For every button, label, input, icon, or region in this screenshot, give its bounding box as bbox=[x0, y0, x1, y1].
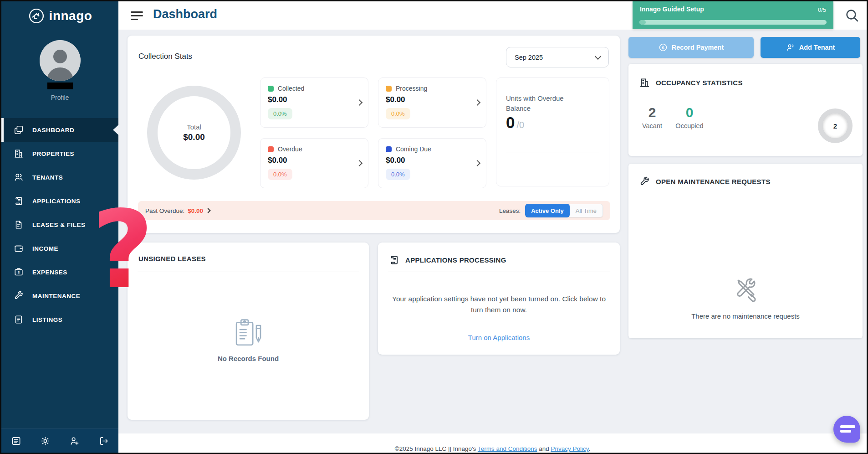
sidebar-item-leases-files[interactable]: LEASES & FILES bbox=[1, 213, 118, 237]
add-person-icon bbox=[786, 43, 795, 52]
tile-percent-badge: 0.0% bbox=[386, 108, 410, 119]
chat-widget-button[interactable] bbox=[833, 416, 860, 443]
redacted-username bbox=[47, 83, 73, 89]
no-records-text: No Records Found bbox=[218, 355, 279, 362]
dollar-circle-icon: $ bbox=[659, 43, 668, 52]
occupied-label: Occupied bbox=[670, 122, 709, 129]
avatar[interactable] bbox=[40, 40, 81, 81]
sidebar-item-tenants[interactable]: TENANTS bbox=[1, 165, 118, 189]
forms-icon[interactable] bbox=[11, 436, 21, 446]
units-overdue-card: Units with Overdue Balance 0/0 bbox=[496, 77, 609, 186]
search-icon[interactable] bbox=[845, 8, 859, 23]
collection-stats-title: Collection Stats bbox=[138, 52, 192, 61]
guided-setup-banner[interactable]: Innago Guided Setup 0/5 bbox=[633, 1, 833, 29]
unsigned-leases-card: UNSIGNED LEASES No Records Found bbox=[128, 242, 369, 420]
profile-label[interactable]: Profile bbox=[1, 94, 118, 101]
sidebar: innago Profile DASHBOARD PROPERTI bbox=[1, 1, 118, 453]
applications-icon bbox=[389, 255, 399, 265]
toggle-active-only[interactable]: Active Only bbox=[525, 204, 570, 217]
tile-amount: $0.00 bbox=[268, 156, 361, 165]
occupancy-donut-chart: 2 bbox=[818, 108, 853, 143]
vacant-stat: 2 Vacant bbox=[638, 105, 666, 129]
income-icon bbox=[14, 243, 24, 253]
expenses-icon: $ bbox=[14, 267, 24, 277]
innago-logo-icon bbox=[28, 7, 45, 25]
occupied-value: 0 bbox=[670, 105, 709, 120]
add-user-icon[interactable] bbox=[69, 436, 80, 446]
sidebar-item-label: LEASES & FILES bbox=[32, 222, 86, 228]
sidebar-nav: DASHBOARD PROPERTIES TENANTS APPLICATION… bbox=[1, 118, 118, 331]
record-payment-label: Record Payment bbox=[672, 44, 724, 51]
sidebar-item-label: TENANTS bbox=[32, 174, 63, 181]
past-overdue-label: Past Overdue: bbox=[145, 207, 184, 214]
building-icon bbox=[639, 77, 650, 88]
menu-toggle-icon[interactable] bbox=[131, 11, 143, 20]
period-select-value: Sep 2025 bbox=[515, 54, 543, 61]
listings-icon bbox=[14, 315, 24, 325]
sidebar-item-maintenance[interactable]: MAINTENANCE bbox=[1, 284, 118, 308]
occupancy-donut-value: 2 bbox=[833, 122, 837, 130]
sidebar-item-income[interactable]: INCOME bbox=[1, 237, 118, 260]
sidebar-item-properties[interactable]: PROPERTIES bbox=[1, 142, 118, 165]
settings-icon[interactable] bbox=[40, 436, 51, 446]
chevron-right-icon[interactable] bbox=[357, 159, 362, 167]
occupancy-statistics-card: OCCUPANCY STATISTICS 2 Vacant 0 Occupied… bbox=[628, 64, 863, 156]
page-title: Dashboard bbox=[153, 7, 217, 21]
tile-coming-due[interactable]: Coming Due $0.00 0.0% bbox=[378, 138, 486, 188]
footer: ©2025 Innago LLC || Innago's Terms and C… bbox=[118, 433, 867, 454]
sidebar-item-listings[interactable]: LISTINGS bbox=[1, 308, 118, 331]
dashboard-icon bbox=[14, 125, 24, 135]
chevron-down-icon bbox=[595, 53, 601, 59]
applications-processing-card: APPLICATIONS PROCESSING Your application… bbox=[378, 242, 620, 355]
logout-icon[interactable] bbox=[98, 436, 109, 446]
tile-overdue[interactable]: Overdue $0.00 0.0% bbox=[260, 138, 368, 188]
vacant-value: 2 bbox=[638, 105, 666, 120]
occupied-stat: 0 Occupied bbox=[670, 105, 709, 129]
divider bbox=[138, 272, 359, 272]
sidebar-item-expenses[interactable]: $ EXPENSES bbox=[1, 260, 118, 284]
tile-processing[interactable]: Processing $0.00 0.0% bbox=[378, 77, 486, 128]
processing-dot-icon bbox=[386, 86, 392, 92]
chat-icon bbox=[840, 425, 855, 428]
terms-link[interactable]: Terms and Conditions bbox=[478, 445, 537, 452]
guided-setup-progress-bar bbox=[639, 20, 827, 25]
sidebar-item-label: APPLICATIONS bbox=[32, 198, 81, 205]
footer-period: . bbox=[589, 445, 591, 452]
clipboard-pen-icon bbox=[232, 317, 265, 350]
guided-setup-label: Innago Guided Setup bbox=[640, 5, 704, 13]
applications-message: Your application settings have not yet b… bbox=[389, 294, 608, 315]
toggle-all-time[interactable]: All Time bbox=[570, 204, 603, 217]
collection-stats-card: Collection Stats Sep 2025 Total $0.00 Co… bbox=[128, 36, 620, 233]
collected-dot-icon bbox=[268, 86, 274, 92]
tile-percent-badge: 0.0% bbox=[386, 169, 410, 180]
vacant-label: Vacant bbox=[638, 122, 666, 129]
crossed-tools-icon bbox=[731, 277, 760, 306]
record-payment-button[interactable]: $ Record Payment bbox=[628, 37, 754, 58]
tile-amount: $0.00 bbox=[268, 95, 361, 104]
sidebar-item-dashboard[interactable]: DASHBOARD bbox=[1, 118, 118, 142]
period-select[interactable]: Sep 2025 bbox=[506, 47, 609, 67]
units-overdue-value: 0 bbox=[506, 114, 515, 131]
chevron-right-icon[interactable] bbox=[475, 159, 480, 167]
maintenance-requests-card: OPEN MAINTENANCE REQUESTS There are no m… bbox=[628, 164, 863, 338]
divider bbox=[506, 153, 599, 153]
tile-percent-badge: 0.0% bbox=[268, 108, 292, 119]
chevron-right-icon[interactable] bbox=[357, 98, 362, 107]
divider bbox=[638, 194, 853, 194]
add-tenant-button[interactable]: Add Tenant bbox=[761, 37, 860, 58]
leases-label: Leases: bbox=[499, 207, 521, 214]
privacy-link[interactable]: Privacy Policy bbox=[551, 445, 589, 452]
chevron-right-icon[interactable] bbox=[475, 98, 480, 107]
sidebar-item-label: LISTINGS bbox=[32, 316, 62, 323]
maintenance-icon bbox=[14, 291, 24, 301]
tile-collected[interactable]: Collected $0.00 0.0% bbox=[260, 77, 368, 128]
innago-logo[interactable]: innago bbox=[1, 7, 118, 25]
turn-on-applications-link[interactable]: Turn on Applications bbox=[378, 334, 620, 341]
past-overdue-link[interactable]: Past Overdue: $0.00 bbox=[145, 207, 210, 214]
chevron-right-icon bbox=[205, 208, 210, 213]
tile-amount: $0.00 bbox=[386, 156, 479, 165]
overdue-dot-icon bbox=[268, 146, 274, 152]
app-window: innago Profile DASHBOARD PROPERTI bbox=[0, 0, 868, 454]
applications-processing-title: APPLICATIONS PROCESSING bbox=[405, 256, 506, 264]
sidebar-item-applications[interactable]: APPLICATIONS bbox=[1, 189, 118, 213]
